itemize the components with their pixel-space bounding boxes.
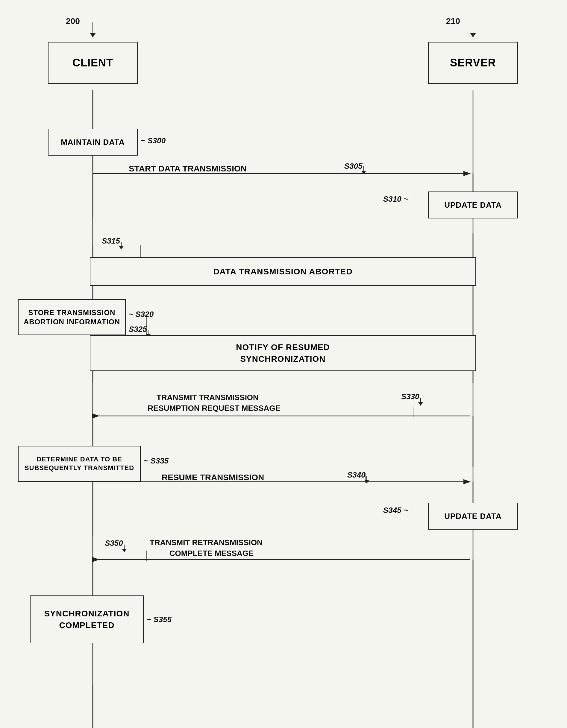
s310-label: S310 ~ bbox=[383, 194, 408, 204]
s300-label: ~ S300 bbox=[141, 136, 165, 145]
svg-marker-41 bbox=[418, 402, 423, 406]
s340-tick bbox=[362, 476, 371, 485]
data-transmission-aborted-box: DATA TRANSMISSION ABORTED bbox=[90, 257, 476, 286]
svg-marker-33 bbox=[470, 33, 476, 37]
svg-marker-31 bbox=[90, 33, 96, 37]
s330-tick bbox=[416, 398, 425, 407]
synchronization-completed-box: SYNCHRONIZATIONCOMPLETED bbox=[30, 595, 144, 643]
s305-tick bbox=[359, 166, 368, 175]
server-box: SERVER bbox=[428, 42, 518, 84]
svg-marker-43 bbox=[364, 480, 369, 484]
store-transmission-box: STORE TRANSMISSIONABORTION INFORMATION bbox=[18, 299, 126, 335]
ref-200-label: 200 bbox=[66, 16, 80, 26]
ref200-arrow bbox=[84, 21, 102, 39]
update-data-box-1: UPDATE DATA bbox=[428, 192, 518, 218]
maintain-data-box: MAINTAIN DATA bbox=[48, 129, 138, 156]
transmit-resumption-label: TRANSMIT TRANSMISSION RESUMPTION REQUEST… bbox=[135, 392, 280, 414]
ref210-arrow bbox=[464, 21, 482, 39]
svg-marker-37 bbox=[119, 246, 124, 250]
update-data-box-2: UPDATE DATA bbox=[428, 503, 518, 530]
s335-label: ~ S335 bbox=[144, 456, 168, 466]
s315-tick bbox=[117, 242, 126, 251]
notify-of-resumed-box: NOTIFY OF RESUMEDSYNCHRONIZATION bbox=[90, 335, 476, 371]
svg-marker-35 bbox=[361, 171, 366, 174]
determine-data-box: DETERMINE DATA TO BESUBSEQUENTLY TRANSMI… bbox=[18, 446, 141, 482]
s355-label: ~ S355 bbox=[147, 615, 171, 624]
start-data-transmission-label: START DATA TRANSMISSION bbox=[129, 164, 247, 174]
ref-210-label: 210 bbox=[446, 16, 460, 26]
s345-label: S345 ~ bbox=[383, 506, 408, 515]
s350-tick bbox=[120, 545, 129, 554]
s320-label: ~ S320 bbox=[129, 310, 153, 319]
client-box: CLIENT bbox=[48, 42, 138, 84]
diagram-container: 200 210 CLIENT SERVER MAINTAIN DATA ~ S3… bbox=[0, 0, 567, 728]
resume-transmission-label: RESUME TRANSMISSION bbox=[162, 473, 264, 482]
transmit-retransmission-label: TRANSMIT RETRANSMISSION COMPLETE MESSAGE bbox=[150, 537, 262, 559]
svg-marker-45 bbox=[122, 549, 127, 552]
